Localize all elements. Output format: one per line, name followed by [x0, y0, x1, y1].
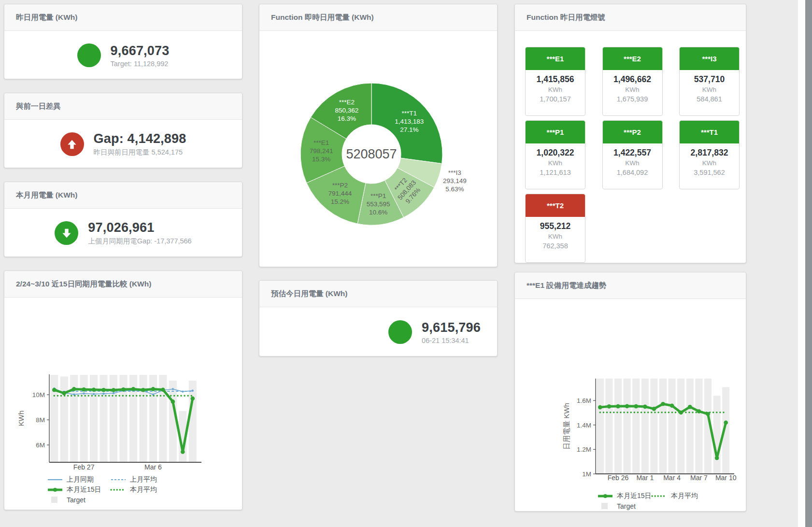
- kpi-value: 9,667,073: [111, 43, 170, 58]
- scrollbar-thumb[interactable]: [805, 0, 812, 527]
- series-point: [598, 405, 602, 410]
- legend-label: 本月平均: [671, 492, 698, 500]
- kpi-body: 9,667,073 Target: 11,128,992: [4, 31, 242, 80]
- series-point: [62, 391, 66, 396]
- series-point: [625, 404, 629, 409]
- series-point: [643, 405, 647, 409]
- series-point: [670, 404, 674, 408]
- chart-legend: 本月近15日本月平均Target: [597, 491, 746, 511]
- kpi-value: 9,615,796: [422, 320, 481, 335]
- legend-row: Target: [597, 501, 746, 511]
- y-tick-label: 1M: [582, 470, 591, 478]
- light-tile-P1: ***P11,020,322KWh1,121,613: [525, 120, 585, 189]
- light-tile-T2: ***T2955,212KWh762,358: [525, 194, 585, 263]
- card-estimated-today-usage: 預估今日用電量 (KWh) 9,615,796 06-21 15:34:41: [259, 280, 498, 356]
- kpi-body: 9,615,796 06-21 15:34:41: [259, 307, 497, 357]
- series-point: [616, 404, 620, 409]
- target-bar: [650, 379, 657, 474]
- pie-center-total: 5208057: [346, 147, 397, 161]
- series-point: [92, 387, 96, 392]
- tile-value: 955,212: [526, 221, 585, 231]
- light-tile-T1: ***T12,817,832KWh3,591,562: [679, 120, 740, 189]
- light-tile-E2: ***E21,496,662KWh1,675,939: [602, 47, 663, 116]
- status-circle-icon: [77, 43, 101, 67]
- series-point: [171, 399, 175, 404]
- x-tick-label: Mar 10: [715, 474, 737, 482]
- x-tick-label: Mar 1: [636, 474, 654, 482]
- tile-secondary-value: 1,675,939: [603, 95, 662, 103]
- column-right: Function 昨日用電燈號 ***E11,415,856KWh1,700,1…: [514, 4, 746, 512]
- legend-label: 本月近15日: [617, 492, 652, 500]
- legend-item-thickline[interactable]: 本月近15日: [47, 485, 110, 494]
- series-point: [121, 387, 126, 392]
- tile-body: 955,212KWh762,358: [526, 217, 585, 250]
- legend-label: Target: [67, 496, 85, 504]
- usage-donut-chart: ***T11,413,18327.1%***I3293,1495.63%***T…: [259, 31, 497, 264]
- series-point: [161, 387, 165, 392]
- tile-status-header: ***I3: [680, 47, 739, 70]
- target-bar: [669, 379, 676, 474]
- series-point: [93, 393, 95, 395]
- target-bar: [686, 379, 694, 474]
- tile-status-header: ***E2: [603, 47, 662, 70]
- tile-status-header: ***T1: [680, 121, 739, 143]
- target-bar: [713, 396, 721, 474]
- card-title-month-usage: 本月用電量 (KWh): [4, 182, 242, 209]
- kpi-value: 97,026,961: [88, 220, 191, 235]
- kpi-value: Gap: 4,142,898: [94, 131, 186, 146]
- tile-body: 1,496,662KWh1,675,939: [603, 70, 662, 103]
- series-point: [715, 456, 719, 460]
- tile-secondary-value: 762,358: [526, 242, 585, 250]
- tile-secondary-value: 1,700,157: [526, 95, 585, 103]
- tile-unit: KWh: [526, 86, 585, 93]
- card-title-e1-trend: ***E1 設備用電達成趨勢: [515, 272, 746, 299]
- series-point: [724, 420, 728, 425]
- target-bar: [597, 379, 604, 474]
- legend-item-dots[interactable]: 本月平均: [110, 485, 173, 494]
- series-point: [181, 450, 185, 454]
- legend-item-box[interactable]: Target: [47, 496, 110, 504]
- series-point: [52, 388, 57, 392]
- scrollbar[interactable]: [805, 0, 812, 527]
- light-tile-P2: ***P21,422,557KWh1,684,092: [602, 120, 663, 189]
- series-point: [607, 404, 612, 409]
- x-tick-label: Feb 27: [73, 463, 95, 471]
- series-point: [679, 411, 683, 415]
- tile-unit: KWh: [526, 233, 585, 240]
- series-point: [113, 392, 114, 394]
- legend-item-box[interactable]: Target: [597, 502, 651, 510]
- series-point: [634, 404, 638, 409]
- status-circle-icon: [388, 320, 412, 344]
- series-point: [192, 390, 194, 392]
- y-tick-label: 8M: [36, 416, 45, 424]
- tile-secondary-value: 584,861: [680, 95, 739, 103]
- tile-secondary-value: 1,684,092: [603, 169, 662, 176]
- tile-secondary-value: 3,591,562: [680, 169, 739, 176]
- y-tick-label: 10M: [32, 391, 45, 399]
- tile-unit: KWh: [680, 159, 739, 167]
- legend-item-line[interactable]: 上月同期: [47, 475, 110, 484]
- chart-legend: 上月同期上月平均本月近15日本月平均Target: [47, 474, 242, 505]
- scrollbar-gutter: [798, 0, 805, 527]
- y-axis-title: 日用電量 KWh: [562, 403, 570, 450]
- legend-item-thickline[interactable]: 本月近15日: [597, 492, 651, 500]
- target-bar: [641, 379, 649, 474]
- tile-value: 2,817,832: [680, 148, 739, 158]
- target-bar: [110, 375, 117, 462]
- x-tick-label: Mar 6: [144, 463, 162, 471]
- card-realtime-usage-pie: Function 即時日用電量 (KWh) ***T11,413,18327.1…: [259, 4, 498, 267]
- arrow-up-circle-icon: [60, 132, 84, 156]
- series-point: [102, 393, 104, 395]
- legend-label: 本月平均: [130, 485, 157, 494]
- card-15day-comparison-chart: 2/24~3/10 近15日同期用電量比較 (KWh) 6M8M10MKWhFe…: [4, 271, 242, 510]
- series-point: [131, 387, 136, 391]
- kpi-subtitle: Target: 11,128,992: [111, 60, 170, 68]
- column-left: 昨日用電量 (KWh) 9,667,073 Target: 11,128,992…: [4, 4, 242, 510]
- y-tick-label: 1.4M: [577, 422, 591, 429]
- tile-value: 1,020,322: [526, 148, 585, 158]
- legend-item-dash[interactable]: 上月平均: [110, 475, 173, 484]
- y-tick-label: 1.6M: [577, 397, 591, 404]
- card-e1-trend-chart: ***E1 設備用電達成趨勢 1M1.2M1.4M1.6M日用電量 KWhFeb…: [514, 272, 746, 512]
- legend-item-dots[interactable]: 本月平均: [651, 492, 705, 500]
- tile-value: 1,415,856: [526, 74, 585, 85]
